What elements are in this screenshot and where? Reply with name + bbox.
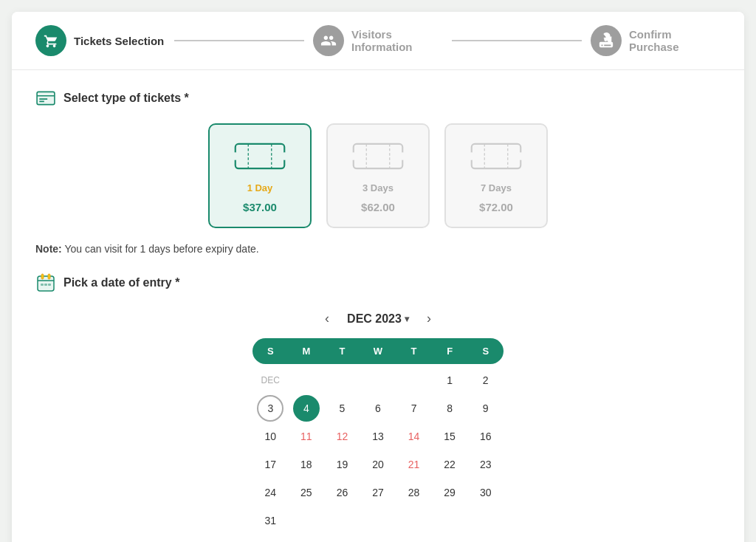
ticket-7days-price: $72.00	[479, 201, 513, 213]
ticket-7days-label: 7 Days	[481, 182, 512, 193]
note-text: Note: You can visit for 1 days before ex…	[35, 243, 721, 255]
cal-cell-20[interactable]: 20	[365, 451, 391, 478]
step-confirm[interactable]: Confirm Purchase	[591, 25, 721, 56]
date-section-header: Pick a date of entry *	[35, 272, 721, 293]
cal-prev-button[interactable]: ‹	[319, 308, 335, 329]
svg-point-5	[234, 152, 239, 160]
svg-point-11	[470, 152, 475, 160]
connector-1	[174, 40, 304, 41]
ticket-section-title: Select type of tickets *	[63, 92, 189, 105]
ticket-section-header: Select type of tickets *	[35, 88, 721, 109]
step-label-tickets: Tickets Selection	[74, 35, 164, 47]
svg-point-9	[399, 152, 404, 160]
cal-row-3: 17 18 19 20 21 22 23	[252, 451, 504, 478]
step-icon-confirm	[591, 25, 622, 56]
ticket-section-icon	[35, 88, 56, 109]
cal-header-f: F	[432, 338, 468, 364]
svg-rect-0	[37, 92, 55, 104]
svg-rect-16	[48, 274, 50, 279]
svg-point-6	[281, 152, 286, 160]
cal-header-row: S M T W T F S	[252, 338, 504, 364]
cal-cell-14[interactable]: 14	[401, 423, 427, 450]
cal-cell-27[interactable]: 27	[365, 479, 391, 506]
ticket-1day-label: 1 Day	[247, 182, 273, 193]
cal-cell-5[interactable]: 5	[329, 395, 355, 422]
ticket-card-1day[interactable]: 1 Day $37.00	[208, 123, 312, 228]
cal-row-2: 10 11 12 13 14 15 16	[252, 423, 504, 450]
cal-cell-2[interactable]: 2	[472, 367, 499, 394]
step-tickets[interactable]: Tickets Selection	[35, 25, 165, 56]
cal-cell-16[interactable]: 16	[472, 423, 499, 450]
cal-cell-30[interactable]: 30	[472, 479, 499, 506]
cal-cell-4[interactable]: 4	[293, 395, 320, 422]
svg-point-12	[517, 152, 522, 160]
ticket-1day-price: $37.00	[243, 201, 277, 213]
cal-cell-3[interactable]: 3	[257, 395, 284, 422]
cal-cell-31[interactable]: 31	[257, 507, 284, 534]
svg-rect-15	[41, 274, 44, 279]
cal-cell-17[interactable]: 17	[257, 451, 284, 478]
svg-rect-17	[41, 284, 44, 286]
cal-header-m: M	[289, 338, 325, 364]
date-section-title: Pick a date of entry *	[63, 276, 179, 289]
stepper: Tickets Selection Visitors Information C…	[12, 12, 744, 70]
svg-rect-7	[354, 144, 403, 168]
date-section-icon	[35, 272, 56, 293]
cal-cell-29[interactable]: 29	[436, 479, 463, 506]
cal-row-0: DEC 1 2	[252, 367, 504, 394]
svg-rect-4	[236, 144, 285, 168]
svg-point-8	[352, 152, 357, 160]
connector-2	[452, 40, 582, 41]
cal-cell-26[interactable]: 26	[329, 479, 355, 506]
cal-cell-18[interactable]: 18	[293, 451, 320, 478]
cal-header-s1: S	[252, 338, 289, 364]
cal-cell-21[interactable]: 21	[401, 451, 427, 478]
cal-row-5: 31	[252, 507, 504, 534]
cal-cell-23[interactable]: 23	[472, 451, 499, 478]
cal-cell-11[interactable]: 11	[293, 423, 320, 450]
cal-cell-25[interactable]: 25	[293, 479, 320, 506]
cal-cell-28[interactable]: 28	[401, 479, 427, 506]
ticket-card-3days[interactable]: 3 Days $62.00	[326, 123, 430, 228]
cal-cell-15[interactable]: 15	[436, 423, 463, 450]
calendar-grid: S M T W T F S DEC 1 2	[252, 338, 504, 535]
cal-row-4: 24 25 26 27 28 29 30	[252, 479, 504, 506]
ticket-3days-label: 3 Days	[362, 182, 394, 193]
cal-cell-9[interactable]: 9	[472, 395, 499, 422]
ticket-card-7days[interactable]: 7 Days $72.00	[444, 123, 548, 228]
note-label: Note:	[35, 243, 62, 255]
cal-cell-7[interactable]: 7	[401, 395, 427, 422]
cal-cell-22[interactable]: 22	[436, 451, 463, 478]
cal-header-s2: S	[467, 338, 504, 364]
cal-header-t2: T	[396, 338, 432, 364]
ticket-3days-price: $62.00	[361, 201, 395, 213]
calendar-nav: ‹ DEC 2023 ▾ ›	[319, 308, 437, 329]
svg-rect-10	[472, 144, 521, 168]
cal-cell-24[interactable]: 24	[257, 479, 284, 506]
cal-cell-12[interactable]: 12	[329, 423, 355, 450]
cal-month-chevron: ▾	[405, 314, 409, 324]
step-icon-tickets	[35, 25, 66, 56]
cal-header-w: W	[360, 338, 396, 364]
cal-cell-13[interactable]: 13	[365, 423, 391, 450]
cal-month-label: DEC 2023 ▾	[347, 312, 409, 326]
cal-next-button[interactable]: ›	[421, 308, 437, 329]
cal-cell-10[interactable]: 10	[257, 423, 284, 450]
cal-cell-8[interactable]: 8	[436, 395, 463, 422]
step-icon-visitors	[313, 25, 344, 56]
step-visitors[interactable]: Visitors Information	[313, 25, 443, 56]
cal-cell-1[interactable]: 1	[436, 367, 463, 394]
svg-rect-18	[44, 284, 47, 286]
cal-header-t1: T	[324, 338, 360, 364]
calendar-section: ‹ DEC 2023 ▾ › S M T W T F S	[35, 308, 721, 535]
cal-cell-dec: DEC	[257, 367, 284, 394]
svg-rect-19	[48, 284, 51, 286]
ticket-cards-container: 1 Day $37.00 3 Days $62.00	[35, 123, 721, 228]
step-label-visitors: Visitors Information	[351, 28, 443, 53]
note-body: You can visit for 1 days before expiry d…	[62, 243, 259, 255]
cal-row-1: 3 4 5 6 7 8 9	[252, 395, 504, 422]
cal-cell-19[interactable]: 19	[329, 451, 355, 478]
step-label-confirm: Confirm Purchase	[629, 28, 721, 53]
cal-cell-6[interactable]: 6	[365, 395, 391, 422]
main-content: Select type of tickets * 1 Day $37.00	[12, 70, 744, 542]
